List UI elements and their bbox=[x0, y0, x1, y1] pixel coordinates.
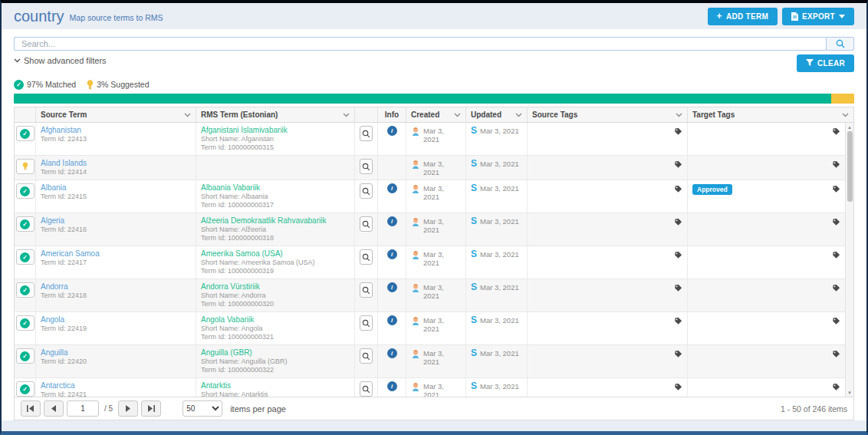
tag-icon[interactable] bbox=[674, 160, 682, 170]
column-sort-chevron-icon[interactable] bbox=[184, 110, 191, 119]
clear-button[interactable]: CLEAR bbox=[797, 54, 854, 72]
tag-icon[interactable] bbox=[832, 218, 840, 228]
target-tag-badge[interactable]: Approved bbox=[692, 184, 732, 195]
tag-icon[interactable] bbox=[832, 284, 840, 294]
tag-icon[interactable] bbox=[832, 350, 840, 360]
previous-page-button[interactable] bbox=[44, 400, 64, 417]
source-term-link[interactable]: Anguilla bbox=[41, 348, 191, 358]
scrollbar-track[interactable] bbox=[847, 131, 853, 388]
tag-icon[interactable] bbox=[674, 383, 682, 393]
source-term-link[interactable]: Aland Islands bbox=[41, 159, 191, 168]
export-button[interactable]: EXPORT bbox=[782, 8, 854, 25]
suggested-status-button[interactable] bbox=[16, 159, 35, 174]
column-header-updated[interactable]: Updated bbox=[466, 107, 528, 122]
column-sort-chevron-icon[interactable] bbox=[676, 110, 682, 119]
first-page-button[interactable] bbox=[21, 400, 41, 417]
info-icon[interactable]: i bbox=[387, 381, 397, 391]
tag-icon[interactable] bbox=[674, 251, 682, 261]
info-icon[interactable]: i bbox=[387, 315, 397, 325]
source-term-link[interactable]: Angola bbox=[41, 315, 191, 325]
zoom-term-button[interactable] bbox=[360, 126, 373, 141]
created-date: Mar 3, 2021 bbox=[423, 283, 461, 300]
matched-status-button[interactable]: ✓ bbox=[16, 381, 35, 397]
info-icon[interactable]: i bbox=[387, 348, 397, 358]
source-term-link[interactable]: Albania bbox=[41, 183, 191, 193]
source-tags-cell bbox=[528, 246, 688, 278]
zoom-term-button[interactable] bbox=[360, 381, 373, 397]
tag-icon[interactable] bbox=[832, 251, 840, 261]
source-term-link[interactable]: Afghanistan bbox=[41, 126, 191, 135]
search-input[interactable] bbox=[14, 37, 826, 51]
matched-status-button[interactable]: ✓ bbox=[16, 126, 35, 141]
column-header-rms-term-estonian-[interactable]: RMS Term (Estonian) bbox=[196, 107, 355, 122]
updated-cell: SMar 3, 2021 bbox=[466, 180, 528, 213]
scrollbar-thumb[interactable] bbox=[847, 131, 853, 202]
matched-status-button[interactable]: ✓ bbox=[16, 216, 35, 232]
tag-icon[interactable] bbox=[832, 383, 840, 393]
info-icon[interactable]: i bbox=[387, 183, 397, 193]
column-header-source-tags[interactable]: Source Tags bbox=[528, 107, 688, 122]
tag-icon[interactable] bbox=[832, 160, 840, 170]
vertical-scrollbar[interactable]: ▲ ▼ bbox=[845, 123, 853, 397]
target-tags-cell bbox=[688, 246, 845, 278]
info-icon[interactable]: i bbox=[387, 282, 397, 292]
source-term-link[interactable]: Algeria bbox=[41, 216, 191, 226]
column-header-label: Updated bbox=[471, 110, 501, 119]
tag-icon[interactable] bbox=[832, 127, 840, 137]
matched-status-button[interactable]: ✓ bbox=[16, 183, 35, 199]
info-icon[interactable]: i bbox=[387, 216, 397, 226]
created-cell: Mar 3, 2021 bbox=[406, 180, 466, 213]
search-bar bbox=[14, 37, 854, 51]
next-page-button[interactable] bbox=[118, 400, 138, 417]
source-term-link[interactable]: Antarctica bbox=[41, 381, 191, 391]
tag-icon[interactable] bbox=[674, 185, 682, 195]
tag-icon[interactable] bbox=[832, 185, 840, 195]
zoom-term-button[interactable] bbox=[360, 348, 373, 364]
scroll-down-arrow[interactable]: ▼ bbox=[846, 388, 854, 397]
zoom-term-button[interactable] bbox=[360, 159, 373, 174]
scroll-up-arrow[interactable]: ▲ bbox=[846, 123, 854, 131]
column-sort-chevron-icon[interactable] bbox=[515, 110, 522, 119]
info-icon[interactable]: i bbox=[387, 249, 397, 259]
target-tags-cell bbox=[688, 279, 845, 311]
add-term-button[interactable]: + ADD TERM bbox=[708, 8, 778, 25]
updated-date: Mar 3, 2021 bbox=[480, 316, 519, 325]
tag-icon[interactable] bbox=[674, 127, 682, 137]
zoom-term-button[interactable] bbox=[360, 282, 373, 298]
column-sort-chevron-icon[interactable] bbox=[454, 110, 461, 119]
zoom-term-button[interactable] bbox=[360, 216, 373, 232]
zoom-term-button[interactable] bbox=[360, 183, 373, 199]
page-size-select[interactable]: 50 bbox=[182, 400, 222, 417]
matched-status-button[interactable]: ✓ bbox=[16, 282, 35, 298]
matched-status-button[interactable]: ✓ bbox=[16, 249, 35, 265]
tag-icon[interactable] bbox=[674, 284, 682, 294]
tag-icon[interactable] bbox=[674, 317, 682, 327]
show-advanced-filters-toggle[interactable]: Show advanced filters bbox=[14, 54, 107, 65]
tag-icon[interactable] bbox=[674, 350, 682, 360]
search-button[interactable] bbox=[826, 37, 854, 51]
table-body: ✓ Afghanistan Term Id: 22413 Afganistani… bbox=[15, 123, 845, 397]
page-number-input[interactable] bbox=[67, 400, 99, 417]
source-tags-cell bbox=[528, 378, 688, 397]
matched-status-button[interactable]: ✓ bbox=[16, 315, 35, 331]
updated-date: Mar 3, 2021 bbox=[480, 250, 519, 259]
zoom-term-button[interactable] bbox=[360, 315, 373, 331]
source-term-link[interactable]: Andorra bbox=[41, 282, 191, 292]
matched-status-button[interactable]: ✓ bbox=[16, 348, 35, 364]
table-row: ✓ Algeria Term Id: 22416 Alžeeria Demokr… bbox=[15, 213, 845, 246]
column-header-target-tags[interactable]: Target Tags bbox=[688, 107, 853, 122]
last-page-button[interactable] bbox=[141, 400, 161, 417]
tag-icon[interactable] bbox=[674, 218, 682, 228]
source-term-link[interactable]: American Samoa bbox=[41, 249, 191, 259]
column-sort-chevron-icon[interactable] bbox=[842, 110, 849, 119]
source-term-cell: Angola Term Id: 22419 bbox=[36, 312, 196, 344]
column-header-created[interactable]: Created bbox=[406, 107, 466, 122]
updated-cell: SMar 3, 2021 bbox=[466, 279, 528, 311]
tag-icon[interactable] bbox=[832, 317, 840, 327]
column-sort-chevron-icon[interactable] bbox=[343, 110, 350, 119]
filters-row: Show advanced filters CLEAR bbox=[14, 54, 854, 73]
column-header-source-term[interactable]: Source Term bbox=[36, 107, 196, 122]
info-icon[interactable]: i bbox=[387, 126, 397, 136]
rms-term-cell: Anguilla (GBR) Short Name: Anguilla (GBR… bbox=[196, 345, 355, 377]
zoom-term-button[interactable] bbox=[360, 249, 373, 265]
